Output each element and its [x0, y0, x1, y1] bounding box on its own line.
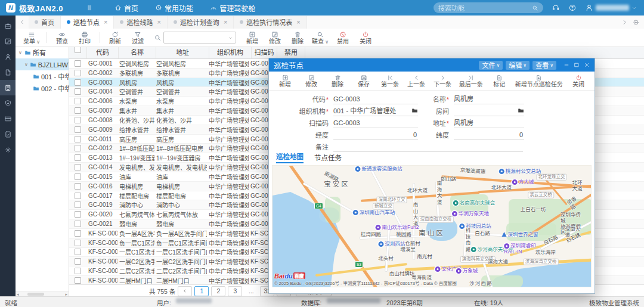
scroll-thumb[interactable]: [27, 293, 44, 296]
row-checkbox[interactable]: [75, 193, 81, 199]
field-房间[interactable]: [454, 106, 524, 116]
dialog-tab-巡检地图[interactable]: 巡检地图: [276, 151, 304, 163]
toolbar-菜单[interactable]: 菜单 ∨: [20, 31, 43, 45]
field-remark[interactable]: [333, 142, 523, 152]
toolbar-预览[interactable]: 预览: [51, 31, 73, 45]
column-header-名称[interactable]: 名称: [119, 46, 156, 58]
dialog-menu-文件[interactable]: 文件∨: [479, 61, 503, 70]
tree-node-BJZLLHWY - 北[interactable]: ∨BJZLLHWY - 北: [16, 58, 69, 70]
row-checkbox[interactable]: [75, 240, 81, 246]
toolbar-修改[interactable]: 修改: [264, 31, 286, 45]
column-header-地址[interactable]: 地址: [156, 46, 209, 58]
dialog-toolbar-新增节点巡检任务[interactable]: 新增节点巡检任务: [514, 75, 564, 88]
toolbar-禁用[interactable]: 禁用: [332, 31, 354, 45]
baidu-map[interactable]: G4S3新通发客运服务站宝安区新湖路北环大道深南北环立交新城立交深圳南山汽车站京…: [272, 165, 592, 287]
sidebar-module-user[interactable]: [0, 49, 16, 64]
row-checkbox[interactable]: [75, 258, 81, 265]
topnav-item-2[interactable]: 管理驾驶舱: [202, 0, 264, 15]
dialog-toolbar-新增[interactable]: 新增: [274, 75, 296, 88]
column-header-扫描码[interactable]: 扫描码: [252, 46, 277, 58]
maximize-icon[interactable]: [574, 62, 580, 68]
global-search-input[interactable]: 搜索功能: [434, 2, 543, 13]
dialog-toolbar-上一条[interactable]: 上一条: [405, 75, 428, 88]
user-menu[interactable]: [585, 4, 637, 12]
tab-close-icon[interactable]: ×: [224, 18, 227, 26]
tree-caret-icon[interactable]: ∨: [24, 62, 28, 67]
row-checkbox[interactable]: [75, 277, 81, 284]
topnav-item-0[interactable]: 首页: [106, 0, 147, 15]
field-名称[interactable]: 风机房: [454, 94, 524, 104]
row-checkbox[interactable]: [75, 230, 81, 237]
toolbar-删除[interactable]: 删除: [286, 31, 309, 45]
tab-首页[interactable]: 首页: [29, 16, 61, 29]
sidebar-module-file[interactable]: [0, 64, 16, 80]
minimize-icon[interactable]: [564, 62, 569, 68]
row-checkbox[interactable]: [75, 183, 81, 190]
select-all-checkbox[interactable]: [69, 46, 87, 58]
row-checkbox[interactable]: [75, 88, 81, 95]
row-checkbox[interactable]: [75, 201, 81, 208]
row-checkbox[interactable]: [75, 154, 81, 161]
tab-巡检节点[interactable]: 巡检节点×: [61, 16, 114, 29]
dialog-toolbar-最后一条[interactable]: 最后一条: [457, 75, 484, 88]
page-button-3[interactable]: 3: [228, 286, 242, 296]
field-扫描码[interactable]: GC-0003: [333, 118, 418, 128]
sidebar-module-pen-square[interactable]: [0, 33, 16, 49]
row-checkbox[interactable]: [75, 173, 81, 180]
toolbar-刷新[interactable]: 刷新: [104, 31, 126, 45]
row-checkbox[interactable]: [75, 98, 81, 104]
sidebar-module-shield-down[interactable]: [0, 95, 16, 111]
row-checkbox[interactable]: [75, 211, 81, 218]
tab-巡检线路[interactable]: 巡检线路×: [114, 16, 167, 29]
toolbar-联查[interactable]: 联查 ∨: [309, 31, 332, 45]
sidebar-module-building[interactable]: [0, 80, 16, 95]
tree-caret-icon[interactable]: ∨: [18, 50, 23, 55]
row-checkbox[interactable]: [75, 107, 81, 114]
sidebar-module-briefcase[interactable]: [0, 18, 16, 33]
dialog-toolbar-第一条[interactable]: 第一条: [379, 75, 401, 88]
headset-icon[interactable]: [552, 4, 560, 12]
tab-close-icon[interactable]: ×: [104, 18, 107, 26]
dialog-toolbar-标记[interactable]: 标记: [488, 75, 510, 88]
close-icon[interactable]: [584, 62, 590, 68]
toolbar-过滤[interactable]: 过滤: [126, 31, 149, 45]
tab-close-icon[interactable]: ×: [157, 18, 160, 26]
dialog-titlebar[interactable]: 巡检节点 文件∨编辑∨查看∨: [269, 58, 595, 72]
tab-巡检执行情况表[interactable]: 巡检执行情况表×: [234, 16, 306, 29]
dialog-tab-节点任务[interactable]: 节点任务: [314, 153, 342, 163]
field-组织机构[interactable]: 001 - 中华广场管理处: [333, 106, 418, 116]
row-checkbox[interactable]: [75, 145, 81, 151]
column-header-代码[interactable]: 代码: [87, 46, 119, 58]
dialog-toolbar-删除[interactable]: 删除: [326, 75, 349, 88]
field-地址[interactable]: 风机房: [454, 118, 524, 128]
dialog-toolbar-关闭[interactable]: 关闭: [567, 75, 590, 88]
dialog-toolbar-保存[interactable]: 保存: [352, 75, 375, 88]
field-代码[interactable]: GC-0003: [333, 94, 418, 104]
folder-picker-icon[interactable]: [518, 107, 524, 114]
row-checkbox[interactable]: [75, 79, 81, 86]
row-checkbox[interactable]: [75, 249, 81, 255]
tabs-scroll-right-icon[interactable]: [621, 19, 628, 26]
tab-close-icon[interactable]: ×: [296, 18, 300, 26]
topnav-item-1[interactable]: 常用功能: [147, 0, 202, 15]
dialog-menu-编辑[interactable]: 编辑∨: [506, 61, 530, 70]
row-checkbox[interactable]: [75, 268, 81, 274]
tabs-more-icon[interactable]: [633, 19, 639, 26]
row-checkbox[interactable]: [75, 164, 81, 170]
row-checkbox[interactable]: [75, 126, 81, 133]
toolbar-打印[interactable]: 打印: [73, 31, 96, 45]
page-button-1[interactable]: 1: [194, 286, 209, 296]
dialog-toolbar-修改[interactable]: 修改: [300, 75, 323, 88]
sidebar-module-doc-check[interactable]: [0, 126, 16, 142]
folder-picker-icon[interactable]: [411, 107, 418, 114]
row-checkbox[interactable]: [75, 60, 81, 67]
help-icon[interactable]: [568, 4, 577, 12]
row-checkbox[interactable]: [75, 221, 81, 227]
tree-node-所有[interactable]: ∨所有: [16, 46, 69, 58]
sidebar-module-card[interactable]: [0, 111, 16, 126]
tree-node-002 - 中华国[interactable]: 002 - 中华国: [16, 82, 69, 94]
page-button-2[interactable]: 2: [211, 286, 225, 296]
sidebar-module-gear[interactable]: [0, 142, 16, 157]
column-header-禁用[interactable]: 禁用: [277, 46, 305, 58]
dialog-toolbar-下一条[interactable]: 下一条: [431, 75, 454, 88]
